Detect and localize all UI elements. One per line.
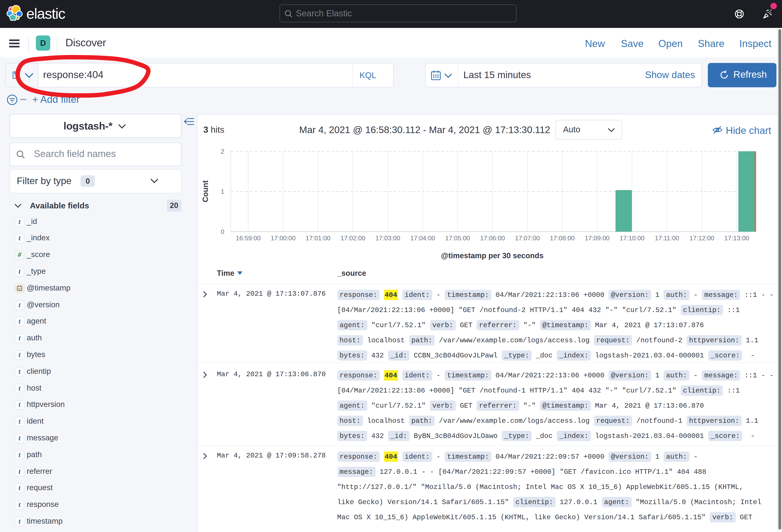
svg-text:2: 2 [221,148,224,155]
svg-text:17:08:00: 17:08:00 [550,234,575,242]
svg-text:17:01:00: 17:01:00 [306,234,330,242]
svg-text:17:05:00: 17:05:00 [445,234,470,242]
svg-text:17:10:00: 17:10:00 [620,234,645,242]
svg-text:17:02:00: 17:02:00 [341,234,365,242]
svg-text:17:09:00: 17:09:00 [585,234,610,242]
svg-text:17:06:00: 17:06:00 [480,234,505,242]
svg-text:16:59:00: 16:59:00 [236,234,261,242]
svg-text:1: 1 [221,188,224,195]
svg-text:0: 0 [221,228,224,235]
svg-text:17:11:00: 17:11:00 [655,234,679,242]
svg-text:17:07:00: 17:07:00 [515,234,540,242]
svg-text:17:04:00: 17:04:00 [410,234,435,242]
svg-text:17:00:00: 17:00:00 [271,234,296,242]
svg-text:17:12:00: 17:12:00 [689,234,714,242]
svg-text:17:03:00: 17:03:00 [376,234,400,242]
svg-text:17:13:00: 17:13:00 [724,234,749,242]
